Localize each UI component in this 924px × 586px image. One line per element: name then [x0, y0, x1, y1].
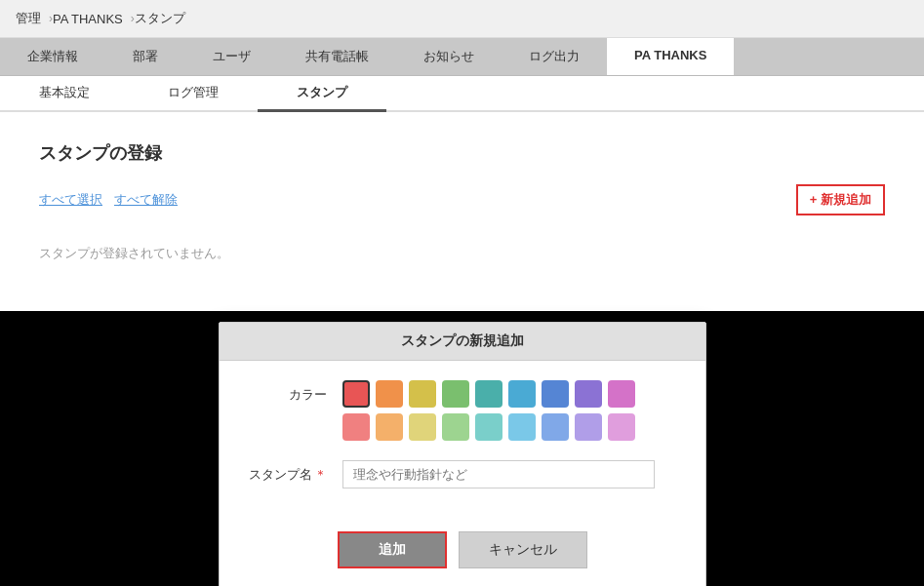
- color-swatch-row1-0[interactable]: [342, 380, 370, 408]
- sub-nav-stamp[interactable]: スタンプ: [258, 76, 386, 112]
- color-swatch-row1-8[interactable]: [608, 380, 635, 408]
- color-swatch-row2-0[interactable]: [342, 413, 370, 441]
- nav-item-company[interactable]: 企業情報: [0, 38, 105, 75]
- color-swatch-row1-2[interactable]: [409, 380, 436, 408]
- color-swatch-row1-6[interactable]: [542, 380, 569, 408]
- color-swatch-row1-5[interactable]: [508, 380, 536, 408]
- nav-item-phonebook[interactable]: 共有電話帳: [278, 38, 396, 75]
- color-swatch-row2-2[interactable]: [409, 413, 436, 441]
- color-swatch-row2-4[interactable]: [475, 413, 502, 441]
- sub-nav-log[interactable]: ログ管理: [129, 76, 258, 110]
- color-swatch-row2-7[interactable]: [575, 413, 602, 441]
- color-label: カラー: [249, 380, 327, 404]
- select-all-button[interactable]: すべて選択: [39, 191, 102, 209]
- cancel-button[interactable]: キャンセル: [459, 531, 587, 568]
- color-swatch-row2-3[interactable]: [442, 413, 469, 441]
- stamp-name-label: スタンプ名＊: [249, 460, 327, 484]
- main-nav: 企業情報 部署 ユーザ 共有電話帳 お知らせ ログ出力 PA THANKS: [0, 38, 924, 76]
- color-swatch-row2-5[interactable]: [508, 413, 536, 441]
- color-swatch-row2-8[interactable]: [608, 413, 635, 441]
- color-swatch-row1-1[interactable]: [376, 380, 403, 408]
- bottom-section: スタンプの新規追加 カラー スタンプ名＊ 追加 キャンセル: [0, 311, 924, 586]
- breadcrumb: 管理 › PA THANKS › スタンプ: [0, 0, 924, 38]
- color-grid: [342, 380, 635, 441]
- page-content: スタンプの登録 すべて選択 すべて解除 + 新規追加 スタンプが登録されていませ…: [0, 112, 924, 311]
- nav-item-notice[interactable]: お知らせ: [396, 38, 502, 75]
- toolbar-left: すべて選択 すべて解除: [39, 191, 178, 209]
- color-swatch-row1-4[interactable]: [475, 380, 502, 408]
- stamp-name-form-row: スタンプ名＊: [249, 460, 676, 488]
- add-new-button[interactable]: + 新規追加: [796, 184, 885, 215]
- color-row-2: [342, 413, 635, 441]
- sub-nav: 基本設定 ログ管理 スタンプ: [0, 76, 924, 112]
- modal-header: スタンプの新規追加: [220, 323, 705, 361]
- color-swatch-row2-6[interactable]: [542, 413, 569, 441]
- page-title: スタンプの登録: [39, 141, 885, 165]
- sub-nav-basic[interactable]: 基本設定: [0, 76, 129, 110]
- color-swatch-row2-1[interactable]: [376, 413, 403, 441]
- nav-item-user[interactable]: ユーザ: [185, 38, 278, 75]
- add-button[interactable]: 追加: [338, 531, 447, 568]
- modal-body: カラー スタンプ名＊: [220, 361, 705, 531]
- modal-footer: 追加 キャンセル: [220, 531, 705, 586]
- required-mark: ＊: [314, 467, 327, 482]
- breadcrumb-text: 管理: [16, 10, 41, 27]
- breadcrumb-text-2: PA THANKS: [53, 12, 123, 26]
- nav-item-pa-thanks[interactable]: PA THANKS: [607, 38, 734, 75]
- stamp-name-input[interactable]: [342, 460, 655, 488]
- empty-message: スタンプが登録されていません。: [39, 235, 885, 272]
- nav-item-department[interactable]: 部署: [105, 38, 185, 75]
- breadcrumb-text-3: スタンプ: [135, 10, 185, 27]
- modal-dialog: スタンプの新規追加 カラー スタンプ名＊ 追加 キャンセル: [219, 322, 706, 586]
- deselect-all-button[interactable]: すべて解除: [114, 191, 178, 209]
- color-form-row: カラー: [249, 380, 676, 441]
- color-row-1: [342, 380, 635, 408]
- color-swatch-row1-7[interactable]: [575, 380, 602, 408]
- toolbar: すべて選択 すべて解除 + 新規追加: [39, 184, 885, 215]
- color-swatch-row1-3[interactable]: [442, 380, 469, 408]
- nav-item-logout[interactable]: ログ出力: [502, 38, 607, 75]
